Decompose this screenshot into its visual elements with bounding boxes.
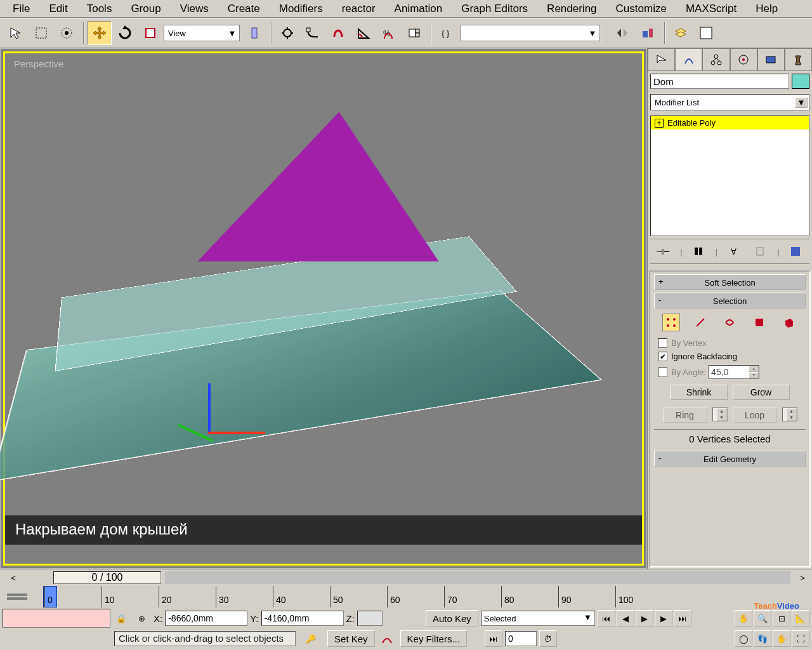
layers-icon[interactable] <box>669 21 693 45</box>
tab-modify[interactable] <box>675 48 702 70</box>
object-name-field[interactable] <box>650 74 789 89</box>
goto-end-icon-2[interactable]: ⏭ <box>485 630 502 647</box>
key-mode-dropdown[interactable]: Selected▼ <box>481 611 595 626</box>
svg-point-2 <box>65 31 69 35</box>
snap-spinner-icon[interactable] <box>402 21 426 45</box>
tab-create[interactable] <box>648 48 675 70</box>
by-angle-checkbox[interactable]: By Angle: ▲▼ <box>654 363 806 381</box>
rollout-edit-geometry[interactable]: -Edit Geometry <box>654 451 806 467</box>
ring-button[interactable]: Ring <box>663 408 707 423</box>
menu-graph-editors[interactable]: Graph Editors <box>452 0 537 18</box>
time-config-icon[interactable]: ⏱ <box>539 630 557 647</box>
menu-rendering[interactable]: Rendering <box>538 0 605 18</box>
menu-animation[interactable]: Animation <box>386 0 452 18</box>
arc-rotate-icon[interactable]: ◯ <box>735 630 752 647</box>
auto-key-button[interactable]: Auto Key <box>426 610 478 627</box>
menu-reactor[interactable]: reactor <box>333 0 384 18</box>
snap-angle-icon[interactable] <box>351 21 376 45</box>
track-bar-icon[interactable] <box>3 587 32 605</box>
time-ruler[interactable]: 0 10 20 30 40 50 60 70 80 90 100 <box>0 586 812 607</box>
subobj-polygon-icon[interactable] <box>750 314 768 331</box>
subobj-vertex-icon[interactable] <box>662 314 680 331</box>
angle-spinner[interactable]: ▲▼ <box>709 365 759 379</box>
named-selection-icon[interactable]: { } <box>435 21 459 45</box>
rollout-soft-selection[interactable]: +Soft Selection <box>654 274 806 290</box>
next-frame-icon[interactable]: ▶ <box>655 610 672 627</box>
modifier-stack[interactable]: + Editable Poly <box>650 116 809 236</box>
menu-group[interactable]: Group <box>122 0 169 18</box>
subobj-border-icon[interactable] <box>721 314 738 331</box>
center-pivot-icon[interactable] <box>242 21 266 45</box>
select-manipulate-icon[interactable] <box>275 21 299 45</box>
modifier-list-dropdown[interactable]: Modifier List▼ <box>650 94 809 110</box>
expand-icon[interactable]: + <box>655 119 664 128</box>
loop-button[interactable]: Loop <box>733 408 777 423</box>
menu-help[interactable]: Help <box>747 0 787 18</box>
menu-views[interactable]: Views <box>171 0 218 18</box>
menu-maxscript[interactable]: MAXScript <box>677 0 745 18</box>
absolute-transform-icon[interactable]: ⊕ <box>133 610 150 627</box>
frame-indicator[interactable]: 0 / 100 <box>53 571 161 584</box>
grow-button[interactable]: Grow <box>733 385 790 400</box>
move-icon[interactable] <box>88 21 112 45</box>
set-key-button[interactable]: Set Key <box>327 630 375 647</box>
select-rect-icon[interactable] <box>29 21 53 45</box>
key-filters-button[interactable]: Key Filters... <box>400 630 467 647</box>
menu-file[interactable]: File <box>4 0 39 18</box>
configure-sets-icon[interactable] <box>786 242 805 260</box>
lock-selection-icon[interactable]: 🔒 <box>113 610 129 627</box>
align-icon[interactable] <box>636 21 660 45</box>
walk-through-icon[interactable]: 👣 <box>754 630 771 647</box>
current-frame-field[interactable] <box>505 631 537 646</box>
ref-coord-dropdown[interactable]: View▼ <box>164 25 240 41</box>
rollouts-area[interactable]: +Soft Selection -Selection By Vertex ✔Ig… <box>649 270 811 567</box>
coord-x-field[interactable] <box>165 611 247 626</box>
maximize-viewport-icon[interactable]: ⛶ <box>792 630 809 647</box>
curve-editor-icon[interactable] <box>694 21 718 45</box>
select-object-icon[interactable] <box>4 21 28 45</box>
play-icon[interactable]: ▶ <box>636 610 653 627</box>
prev-frame-icon[interactable]: ◀ <box>617 610 634 627</box>
viewport-perspective[interactable]: Perspective z yx Накрываем дом крышей <box>1 49 646 568</box>
stack-item-editable-poly[interactable]: + Editable Poly <box>651 116 809 129</box>
tab-utilities[interactable] <box>785 48 812 70</box>
timeline-left-icon[interactable]: < <box>5 571 22 585</box>
menu-edit[interactable]: Edit <box>40 0 76 18</box>
named-selection-dropdown[interactable]: ▼ <box>461 25 600 41</box>
shrink-button[interactable]: Shrink <box>671 385 728 400</box>
set-key-lock-icon[interactable]: 🔑 <box>298 630 324 647</box>
menu-tools[interactable]: Tools <box>78 0 121 18</box>
snap-3d-icon[interactable] <box>326 21 350 45</box>
menu-modifiers[interactable]: Modifiers <box>270 0 332 18</box>
tab-display[interactable] <box>757 48 785 70</box>
select-circle-icon[interactable] <box>55 21 79 45</box>
tab-hierarchy[interactable] <box>702 48 730 70</box>
goto-start-icon[interactable]: ⏮ <box>598 610 615 627</box>
tab-motion[interactable] <box>730 48 757 70</box>
rollout-selection[interactable]: -Selection <box>654 293 806 308</box>
menu-customize[interactable]: Customize <box>607 0 676 18</box>
pan-icon[interactable]: ✋ <box>773 630 790 647</box>
object-color-swatch[interactable] <box>792 74 809 89</box>
rotate-icon[interactable] <box>113 21 137 45</box>
make-unique-icon[interactable]: ∀ <box>724 242 743 260</box>
key-filters-icon[interactable] <box>377 630 396 647</box>
menu-create[interactable]: Create <box>219 0 269 18</box>
show-result-icon[interactable] <box>689 242 708 260</box>
keyboard-shortcut-icon[interactable] <box>301 21 325 45</box>
pin-stack-icon[interactable]: ⊣⊢ <box>653 242 672 260</box>
mirror-icon[interactable] <box>610 21 634 45</box>
scale-icon[interactable] <box>138 21 162 45</box>
remove-modifier-icon[interactable] <box>750 242 769 260</box>
snap-percent-icon[interactable]: % <box>377 21 401 45</box>
pan-view-icon[interactable]: ✋ <box>735 610 752 627</box>
goto-end-icon[interactable]: ⏭ <box>674 610 691 627</box>
coord-y-field[interactable] <box>261 611 344 626</box>
timeline-right-icon[interactable]: > <box>794 571 811 585</box>
ignore-backfacing-checkbox[interactable]: ✔Ignore Backfacing <box>654 350 806 363</box>
subobj-edge-icon[interactable] <box>691 314 709 331</box>
time-slider-track[interactable] <box>165 571 790 584</box>
track-view-mini[interactable] <box>3 609 110 628</box>
subobj-element-icon[interactable] <box>780 314 797 331</box>
coord-z-field[interactable] <box>357 611 383 626</box>
